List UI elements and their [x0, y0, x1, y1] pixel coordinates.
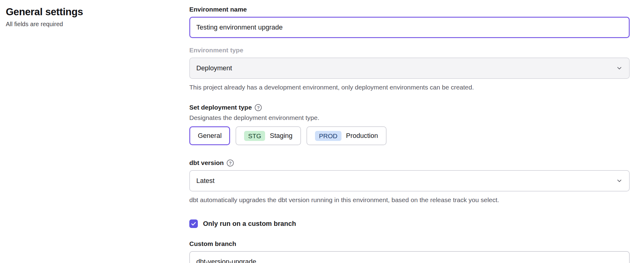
- page-title: General settings: [6, 6, 189, 18]
- environment-type-label: Environment type: [189, 47, 630, 54]
- deployment-type-label-text: Set deployment type: [189, 104, 252, 111]
- check-icon: [191, 221, 196, 226]
- settings-form: Environment name Environment type Deploy…: [189, 0, 630, 263]
- dbt-version-select[interactable]: Latest: [189, 170, 630, 191]
- deployment-type-option-label: General: [198, 132, 222, 140]
- help-icon[interactable]: ?: [227, 160, 234, 167]
- help-icon[interactable]: ?: [255, 104, 262, 111]
- deployment-type-option-general[interactable]: General: [189, 126, 230, 145]
- chevron-down-icon: [616, 177, 623, 184]
- deployment-type-options: General STG Staging PROD Production: [189, 126, 630, 145]
- general-settings-page: General settings All fields are required…: [0, 0, 644, 263]
- custom-branch-input[interactable]: [189, 251, 630, 263]
- page-subtitle: All fields are required: [6, 21, 189, 28]
- deployment-type-option-production[interactable]: PROD Production: [306, 126, 387, 145]
- environment-type-helper: This project already has a development e…: [189, 84, 630, 91]
- chevron-down-icon: [616, 65, 623, 72]
- custom-branch-label: Custom branch: [189, 240, 630, 247]
- deployment-type-option-staging[interactable]: STG Staging: [236, 126, 301, 145]
- custom-branch-checkbox[interactable]: [189, 219, 198, 228]
- deployment-type-label: Set deployment type ?: [189, 104, 630, 111]
- environment-name-input[interactable]: [189, 17, 630, 38]
- deployment-type-helper: Designates the deployment environment ty…: [189, 114, 630, 121]
- dbt-version-label-text: dbt version: [189, 159, 224, 167]
- staging-badge: STG: [244, 131, 265, 141]
- settings-header-column: General settings All fields are required: [0, 0, 189, 263]
- dbt-version-value: Latest: [196, 177, 215, 185]
- deployment-type-option-label: Production: [346, 132, 378, 140]
- production-badge: PROD: [315, 131, 341, 141]
- dbt-version-helper: dbt automatically upgrades the dbt versi…: [189, 196, 630, 204]
- environment-type-select[interactable]: Deployment: [189, 58, 630, 79]
- dbt-version-label: dbt version ?: [189, 159, 630, 167]
- deployment-type-option-label: Staging: [270, 132, 292, 140]
- custom-branch-toggle-label: Only run on a custom branch: [203, 220, 296, 228]
- environment-name-label: Environment name: [189, 6, 630, 13]
- environment-type-value: Deployment: [196, 64, 232, 72]
- custom-branch-toggle-row[interactable]: Only run on a custom branch: [189, 219, 630, 228]
